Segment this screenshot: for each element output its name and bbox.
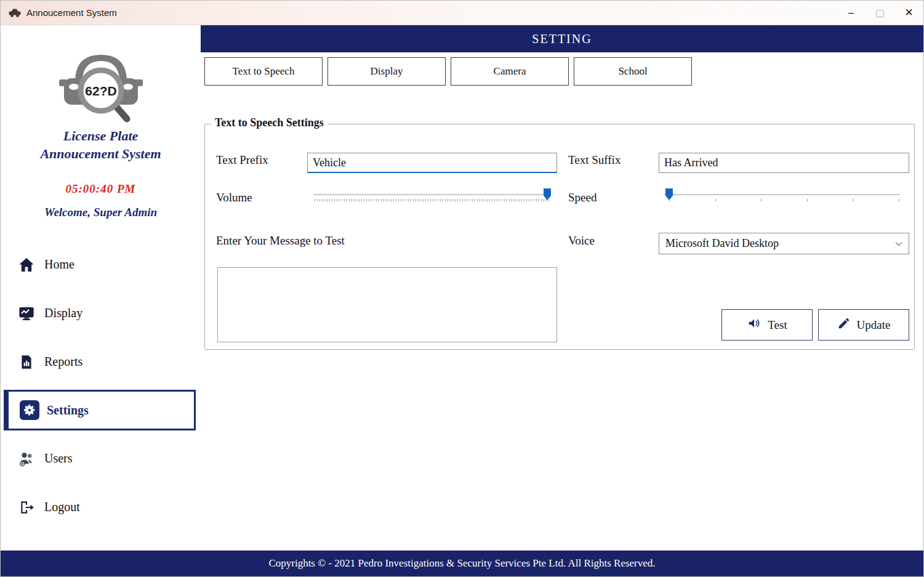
app-title-line1: License Plate bbox=[1, 127, 201, 145]
sidebar-item-label: Logout bbox=[44, 500, 80, 514]
car-magnifier-logo: 62?D bbox=[52, 47, 150, 123]
sidebar-item-reports[interactable]: Reports bbox=[1, 337, 201, 386]
tts-settings-group: Text to Speech Settings Text Prefix Text… bbox=[204, 124, 915, 350]
copyright-text: Copyrights © - 2021 Pedro Investigations… bbox=[268, 557, 655, 570]
tab-bar: Text to Speech Display Camera School bbox=[204, 57, 923, 86]
pencil-icon bbox=[837, 317, 851, 333]
clock: 05:00:40 PM bbox=[1, 182, 201, 196]
volume-label: Volume bbox=[216, 191, 252, 204]
voice-dropdown[interactable]: Microsoft David Desktop bbox=[659, 233, 909, 254]
tab-display[interactable]: Display bbox=[327, 57, 446, 86]
footer: Copyrights © - 2021 Pedro Investigations… bbox=[1, 551, 923, 576]
voice-selected-value: Microsoft David Desktop bbox=[665, 237, 779, 250]
text-suffix-label: Text Suffix bbox=[568, 153, 621, 167]
text-suffix-input[interactable] bbox=[659, 153, 909, 173]
sidebar-item-settings[interactable]: Settings bbox=[4, 390, 196, 430]
app-logo: 62?D bbox=[1, 47, 201, 123]
update-button[interactable]: Update bbox=[818, 309, 909, 341]
test-button-label: Test bbox=[768, 318, 787, 332]
sidebar-item-label: Home bbox=[44, 257, 74, 272]
home-icon bbox=[16, 255, 37, 275]
close-button[interactable]: ✕ bbox=[894, 1, 923, 25]
test-button[interactable]: Test bbox=[721, 309, 813, 341]
speaker-icon bbox=[747, 317, 761, 333]
maximize-button[interactable]: ▢ bbox=[866, 1, 894, 25]
message-input[interactable] bbox=[217, 267, 557, 342]
sidebar: 62?D License Plate Annoucement System 05… bbox=[1, 25, 201, 551]
users-icon bbox=[16, 449, 37, 469]
sidebar-item-label: Settings bbox=[47, 403, 89, 418]
app-title: License Plate Annoucement System bbox=[1, 127, 201, 163]
sidebar-item-label: Users bbox=[44, 451, 73, 466]
logout-icon bbox=[16, 498, 37, 517]
welcome-text: Welcome, Super Admin bbox=[1, 206, 201, 219]
sidebar-item-label: Display bbox=[44, 306, 82, 320]
sidebar-nav: Home Display bbox=[1, 240, 201, 531]
text-prefix-label: Text Prefix bbox=[216, 153, 268, 167]
chevron-down-icon bbox=[895, 241, 902, 246]
sidebar-item-logout[interactable]: Logout bbox=[1, 483, 201, 531]
titlebar: Annoucement System – ▢ ✕ bbox=[1, 1, 923, 25]
app-window: Annoucement System – ▢ ✕ 62?D bbox=[0, 0, 924, 577]
volume-slider-ticks bbox=[315, 199, 550, 201]
window-controls: – ▢ ✕ bbox=[837, 1, 923, 25]
main-content: SETTING Text to Speech Display Camera Sc… bbox=[201, 25, 923, 551]
logo-plate-text: 62?D bbox=[85, 84, 116, 98]
volume-slider[interactable] bbox=[313, 188, 551, 203]
app-icon bbox=[8, 7, 22, 18]
message-label: Enter Your Message to Test bbox=[216, 234, 345, 248]
page-title: SETTING bbox=[201, 25, 923, 52]
display-icon bbox=[16, 304, 37, 323]
volume-slider-track bbox=[313, 194, 551, 195]
app-title-line2: Annoucement System bbox=[1, 145, 201, 163]
sidebar-item-display[interactable]: Display bbox=[1, 289, 201, 337]
sidebar-item-users[interactable]: Users bbox=[1, 434, 201, 483]
minimize-button[interactable]: – bbox=[837, 1, 866, 25]
sidebar-item-home[interactable]: Home bbox=[1, 240, 201, 289]
tab-text-to-speech[interactable]: Text to Speech bbox=[204, 57, 323, 86]
group-title: Text to Speech Settings bbox=[211, 116, 327, 129]
speed-slider-track bbox=[664, 194, 900, 195]
tab-school[interactable]: School bbox=[574, 57, 692, 86]
speed-label: Speed bbox=[568, 191, 597, 204]
reports-icon bbox=[16, 352, 37, 372]
tab-camera[interactable]: Camera bbox=[451, 57, 569, 86]
sidebar-item-label: Reports bbox=[44, 355, 82, 369]
speed-slider-ticks bbox=[669, 199, 899, 201]
text-prefix-input[interactable] bbox=[307, 153, 557, 173]
voice-label: Voice bbox=[568, 234, 595, 248]
speed-slider[interactable] bbox=[664, 188, 900, 203]
update-button-label: Update bbox=[857, 318, 891, 332]
settings-icon bbox=[20, 400, 39, 420]
window-title: Annoucement System bbox=[26, 7, 117, 18]
